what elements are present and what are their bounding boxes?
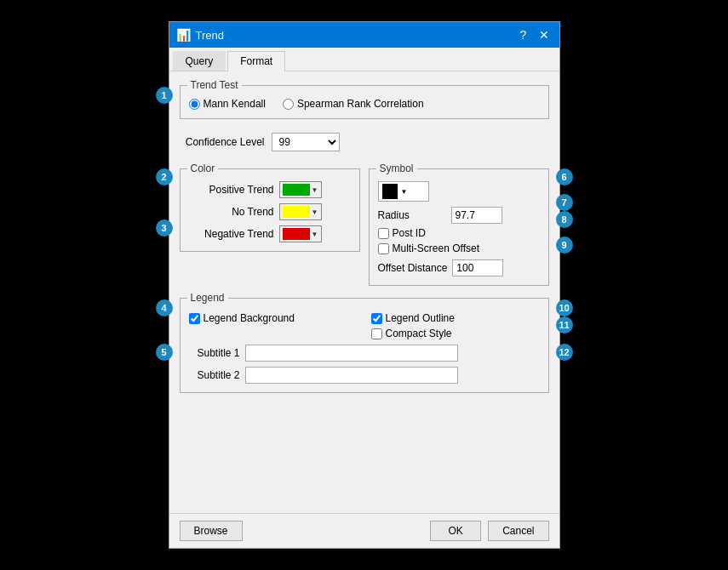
help-button[interactable]: ? bbox=[515, 26, 532, 43]
title-bar-left: 📊 Trend bbox=[176, 28, 224, 42]
tab-bar: Query Format bbox=[169, 48, 559, 71]
legend-label: Legend bbox=[187, 292, 228, 304]
legend-background-checkbox[interactable] bbox=[189, 313, 200, 324]
negative-trend-arrow: ▼ bbox=[312, 231, 318, 238]
subtitle2-row: Subtitle 2 bbox=[189, 367, 540, 384]
negative-trend-row: Negative Trend ▼ bbox=[189, 225, 351, 242]
confidence-label: Confidence Level bbox=[180, 136, 265, 148]
no-trend-swatch bbox=[283, 206, 310, 218]
browse-button[interactable]: Browse bbox=[180, 521, 243, 541]
color-group: Color Positive Trend ▼ No Trend ▼ bbox=[180, 168, 360, 252]
title-actions: ? ✕ bbox=[515, 26, 553, 43]
compact-style-row: Compact Style bbox=[371, 328, 540, 339]
callout-9: 9 bbox=[556, 237, 573, 254]
radius-row: Radius bbox=[378, 207, 540, 224]
legend-outline-row: Legend Outline bbox=[371, 312, 540, 324]
trend-test-group: Trend Test Mann Kendall Spearman Rank Co… bbox=[180, 85, 549, 119]
post-id-label: Post ID bbox=[393, 227, 426, 239]
trend-test-wrapper: 1 Trend Test Mann Kendall Spearman Rank … bbox=[180, 80, 549, 119]
spearman-label: Spearman Rank Correlation bbox=[297, 98, 424, 110]
callout-3: 3 bbox=[156, 219, 173, 237]
ok-button[interactable]: OK bbox=[430, 521, 481, 541]
subtitle1-input[interactable] bbox=[245, 345, 458, 362]
two-col-section: 2 3 Color Positive Trend ▼ No Trend bbox=[180, 163, 549, 286]
subtitle2-label: Subtitle 2 bbox=[189, 369, 240, 381]
symbol-group: Symbol ▼ Radius Post ID bbox=[369, 168, 549, 286]
radius-label: Radius bbox=[378, 209, 446, 221]
positive-trend-row: Positive Trend ▼ bbox=[189, 181, 351, 198]
callout-12: 12 bbox=[556, 344, 573, 361]
callout-10: 10 bbox=[556, 299, 573, 316]
callout-5: 5 bbox=[156, 344, 173, 361]
trend-dialog: 📊 Trend ? ✕ Query Format 1 Trend Test Ma… bbox=[169, 21, 560, 549]
confidence-select[interactable]: 99 95 90 bbox=[272, 133, 340, 151]
legend-outline-checkbox[interactable] bbox=[371, 313, 382, 324]
spearman-option[interactable]: Spearman Rank Correlation bbox=[283, 98, 424, 110]
symbol-square-icon bbox=[382, 184, 398, 199]
dialog-title: Trend bbox=[196, 29, 224, 42]
positive-trend-label: Positive Trend bbox=[189, 184, 274, 196]
confidence-row: Confidence Level 99 95 90 bbox=[180, 133, 549, 151]
bottom-bar: Browse OK Cancel bbox=[169, 513, 559, 548]
offset-distance-row: Offset Distance bbox=[378, 259, 540, 276]
radius-input[interactable] bbox=[451, 207, 502, 224]
cancel-button[interactable]: Cancel bbox=[488, 521, 548, 541]
no-trend-label: No Trend bbox=[189, 206, 274, 218]
symbol-dropdown-arrow: ▼ bbox=[401, 188, 408, 196]
callout-11: 11 bbox=[556, 316, 573, 333]
negative-trend-color-btn[interactable]: ▼ bbox=[279, 225, 322, 242]
no-trend-color-btn[interactable]: ▼ bbox=[279, 203, 322, 220]
mann-kendall-label: Mann Kendall bbox=[203, 98, 266, 110]
symbol-wrapper: 6 7 8 9 Symbol ▼ Radius bbox=[369, 163, 549, 286]
tab-query[interactable]: Query bbox=[173, 51, 226, 71]
color-wrapper: 2 3 Color Positive Trend ▼ No Trend bbox=[180, 163, 360, 286]
callout-8: 8 bbox=[556, 211, 573, 228]
mann-kendall-radio[interactable] bbox=[189, 99, 200, 110]
subtitle1-label: Subtitle 1 bbox=[189, 347, 240, 359]
legend-right: Legend Outline Compact Style bbox=[371, 309, 540, 339]
content-area: 1 Trend Test Mann Kendall Spearman Rank … bbox=[169, 71, 559, 513]
legend-left: Legend Background bbox=[189, 309, 358, 339]
legend-outline-label: Legend Outline bbox=[386, 312, 455, 324]
compact-style-label: Compact Style bbox=[386, 328, 452, 339]
title-bar: 📊 Trend ? ✕ bbox=[169, 22, 559, 48]
multi-screen-label: Multi-Screen Offset bbox=[393, 242, 479, 254]
symbol-label: Symbol bbox=[376, 162, 417, 174]
subtitle2-input[interactable] bbox=[245, 367, 458, 384]
legend-group: Legend Legend Background Legend Outline bbox=[180, 298, 549, 393]
post-id-row: Post ID bbox=[378, 227, 540, 239]
spearman-radio[interactable] bbox=[283, 99, 294, 110]
offset-distance-input[interactable] bbox=[452, 259, 503, 276]
callout-1: 1 bbox=[156, 87, 173, 104]
trend-test-options: Mann Kendall Spearman Rank Correlation bbox=[189, 98, 540, 110]
negative-trend-label: Negative Trend bbox=[189, 228, 274, 240]
legend-background-label: Legend Background bbox=[203, 312, 295, 324]
legend-background-row: Legend Background bbox=[189, 312, 358, 324]
negative-trend-swatch bbox=[283, 228, 310, 240]
symbol-select-row: ▼ bbox=[378, 181, 540, 202]
multi-screen-checkbox[interactable] bbox=[378, 243, 389, 254]
callout-4: 4 bbox=[156, 299, 173, 316]
dialog-icon: 📊 bbox=[176, 28, 191, 42]
tab-format[interactable]: Format bbox=[227, 51, 285, 71]
trend-test-label: Trend Test bbox=[187, 79, 242, 91]
legend-wrapper: 4 5 10 11 12 Legend Legend Background bbox=[180, 293, 549, 393]
close-button[interactable]: ✕ bbox=[536, 26, 553, 43]
multi-screen-row: Multi-Screen Offset bbox=[378, 242, 540, 254]
callout-2: 2 bbox=[156, 168, 173, 185]
no-trend-arrow: ▼ bbox=[312, 208, 318, 216]
post-id-checkbox[interactable] bbox=[378, 228, 389, 239]
callout-7: 7 bbox=[556, 194, 573, 211]
positive-trend-arrow: ▼ bbox=[312, 186, 318, 194]
offset-distance-label: Offset Distance bbox=[378, 262, 448, 274]
color-label: Color bbox=[187, 162, 219, 174]
subtitle1-row: Subtitle 1 bbox=[189, 345, 540, 362]
action-buttons: OK Cancel bbox=[430, 521, 548, 541]
no-trend-row: No Trend ▼ bbox=[189, 203, 351, 220]
callout-6: 6 bbox=[556, 168, 573, 185]
positive-trend-swatch bbox=[283, 184, 310, 196]
positive-trend-color-btn[interactable]: ▼ bbox=[279, 181, 322, 198]
mann-kendall-option[interactable]: Mann Kendall bbox=[189, 98, 266, 110]
symbol-shape-btn[interactable]: ▼ bbox=[378, 181, 429, 202]
compact-style-checkbox[interactable] bbox=[371, 328, 382, 339]
